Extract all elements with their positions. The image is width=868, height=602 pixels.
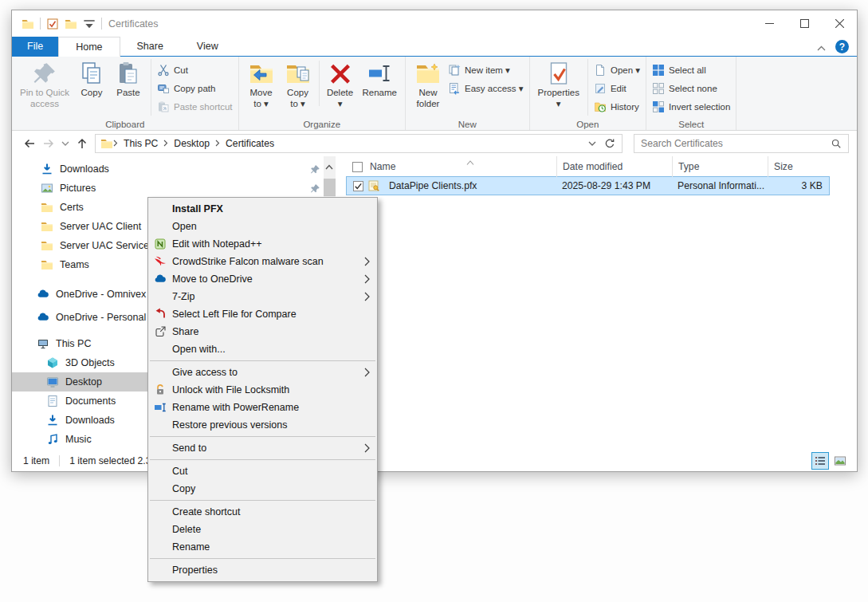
ribbon-button-paste-shortcut[interactable]: Paste shortcut — [157, 97, 233, 116]
ribbon-button-easy-access[interactable]: Easy access ▾ — [448, 79, 524, 97]
menu-item-label: Copy — [172, 483, 195, 494]
context-menu-item-rename-with-powerrename[interactable]: Rename with PowerRename — [148, 399, 377, 416]
ribbon-button-delete[interactable]: Delete▾ — [322, 59, 359, 112]
context-menu-item-create-shortcut[interactable]: Create shortcut — [148, 503, 377, 521]
context-menu-item-copy[interactable]: Copy — [148, 480, 377, 498]
row-checkbox[interactable] — [353, 181, 363, 191]
menu-item-label: Create shortcut — [172, 506, 240, 517]
search-input[interactable]: Search Certificates — [634, 134, 849, 153]
minimize-button[interactable] — [752, 10, 787, 37]
properties-check-icon[interactable] — [46, 18, 59, 30]
rename-icon — [367, 61, 392, 86]
menu-item-label: Move to OneDrive — [172, 273, 253, 285]
ribbon-button-select-none[interactable]: Select none — [652, 79, 730, 97]
ribbon-button-new-item[interactable]: New item ▾ — [448, 61, 524, 79]
tab-home[interactable]: Home — [58, 37, 120, 57]
ribbon-button-invert-selection[interactable]: Invert selection — [652, 97, 730, 116]
ribbon-button-new-folder[interactable]: Newfolder — [410, 59, 446, 112]
select-all-checkbox[interactable] — [352, 162, 363, 172]
qat-customize-icon[interactable] — [83, 18, 96, 30]
folder-icon — [41, 258, 53, 271]
ribbon-button-select-all[interactable]: Select all — [652, 61, 730, 79]
back-icon[interactable] — [23, 137, 36, 150]
ribbon-button-copy-path[interactable]: Copy path — [157, 79, 233, 97]
context-menu-item-rename[interactable]: Rename — [148, 538, 377, 556]
context-menu-item-select-left-file-for-compare[interactable]: Select Left File for Compare — [148, 305, 377, 323]
context-menu-item-open-with[interactable]: Open with... — [148, 340, 377, 358]
context-menu-item-edit-with-notepad[interactable]: Edit with Notepad++ — [148, 235, 377, 253]
context-menu-item-7-zip[interactable]: 7-Zip — [148, 288, 377, 305]
ribbon-group-clipboard: Pin to QuickaccessCopyPasteCutCopy pathP… — [12, 57, 239, 130]
menu-item-label: Give access to — [172, 367, 238, 378]
up-icon[interactable] — [76, 137, 88, 150]
column-header-size[interactable]: Size — [768, 156, 829, 177]
context-menu-item-share[interactable]: Share — [148, 323, 377, 340]
context-menu-item-crowdstrike-falcon-malware-scan[interactable]: CrowdStrike Falcon malware scan — [148, 253, 377, 270]
thumbnail-view-button[interactable] — [831, 452, 849, 470]
sidebar-item-label: Server UAC Client — [60, 221, 141, 232]
close-button[interactable] — [822, 10, 857, 37]
status-divider — [59, 455, 60, 466]
context-menu-item-cut[interactable]: Cut — [148, 462, 377, 480]
column-header-type[interactable]: Type — [672, 156, 768, 177]
crumb-desktop[interactable]: Desktop — [168, 138, 215, 149]
ribbon-button-paste[interactable]: Paste — [110, 59, 147, 100]
sidebar-item-downloads[interactable]: Downloads — [12, 159, 324, 179]
context-menu-item-move-to-onedrive[interactable]: Move to OneDrive — [148, 270, 377, 288]
crumb-certificates[interactable]: Certificates — [220, 138, 280, 149]
sidebar-item-pictures[interactable]: Pictures — [12, 179, 324, 198]
submenu-arrow-icon — [364, 443, 377, 453]
context-menu-item-open[interactable]: Open — [148, 218, 377, 235]
context-menu-item-install-pfx[interactable]: Install PFX — [148, 200, 377, 218]
collapse-ribbon-icon[interactable] — [817, 40, 826, 54]
ribbon-button-properties[interactable]: Properties▾ — [534, 59, 583, 112]
forward-icon[interactable] — [42, 137, 55, 150]
edit-icon — [594, 82, 607, 95]
column-label: Type — [678, 161, 699, 172]
address-dropdown-icon[interactable] — [588, 140, 596, 147]
refresh-icon[interactable] — [604, 138, 615, 149]
tab-share[interactable]: Share — [120, 37, 180, 56]
search-icon[interactable] — [831, 138, 842, 149]
menu-separator — [150, 500, 375, 501]
menu-item-label: CrowdStrike Falcon malware scan — [172, 256, 324, 267]
details-view-button[interactable] — [811, 452, 829, 470]
file-list: NameDate modifiedTypeSize DataPipe Clien… — [336, 156, 857, 451]
delete-icon — [328, 61, 353, 86]
context-menu-item-send-to[interactable]: Send to — [148, 439, 377, 457]
ribbon-button-copy-to[interactable]: Copyto ▾ — [280, 59, 316, 112]
context-menu-item-delete[interactable]: Delete — [148, 521, 377, 538]
ribbon-button-move-to[interactable]: Moveto ▾ — [243, 59, 280, 112]
tab-file[interactable]: File — [12, 37, 58, 56]
sidebar-item-label: OneDrive - Personal — [56, 312, 146, 323]
column-header-name[interactable]: Name — [347, 156, 556, 177]
folder-icon — [41, 201, 53, 214]
crumb-this-pc[interactable]: This PC — [118, 138, 163, 149]
breadcrumb[interactable]: This PCDesktopCertificates — [95, 134, 623, 153]
scroll-up-icon[interactable] — [325, 159, 333, 173]
ribbon-button-cut[interactable]: Cut — [157, 61, 233, 79]
ribbon-button-open[interactable]: Open ▾ — [594, 61, 640, 79]
ribbon-button-history[interactable]: History — [594, 97, 640, 116]
ribbon-button-pin-to-quick-access[interactable]: Pin to Quickaccess — [16, 59, 73, 112]
ribbon-button-rename[interactable]: Rename — [359, 59, 401, 100]
help-icon[interactable]: ? — [835, 40, 849, 53]
screen: Certificates FileHomeShareView ? Pin to … — [0, 0, 868, 602]
maximize-button[interactable] — [787, 10, 822, 37]
file-row-datapipe-clients-pfx[interactable]: DataPipe Clients.pfx2025-08-29 1:43 PMPe… — [347, 177, 829, 195]
new-folder-icon[interactable] — [65, 18, 77, 30]
scrollbar-thumb[interactable] — [324, 179, 336, 196]
tab-view[interactable]: View — [180, 37, 235, 56]
ribbon-button-edit[interactable]: Edit — [594, 79, 640, 97]
ribbon-button-copy[interactable]: Copy — [73, 59, 110, 100]
cloud-icon — [37, 288, 49, 301]
column-header-date-modified[interactable]: Date modified — [556, 156, 672, 177]
ribbon-group-label: New — [406, 120, 529, 129]
context-menu-item-unlock-with-file-locksmith[interactable]: Unlock with File Locksmith — [148, 381, 377, 399]
recent-locations-icon[interactable] — [61, 140, 69, 147]
context-menu-item-give-access-to[interactable]: Give access to — [148, 364, 377, 381]
ribbon-tab-bar: FileHomeShareView ? — [12, 37, 857, 57]
window-controls — [752, 10, 857, 37]
context-menu-item-properties[interactable]: Properties — [148, 561, 377, 579]
context-menu-item-restore-previous-versions[interactable]: Restore previous versions — [148, 416, 377, 434]
